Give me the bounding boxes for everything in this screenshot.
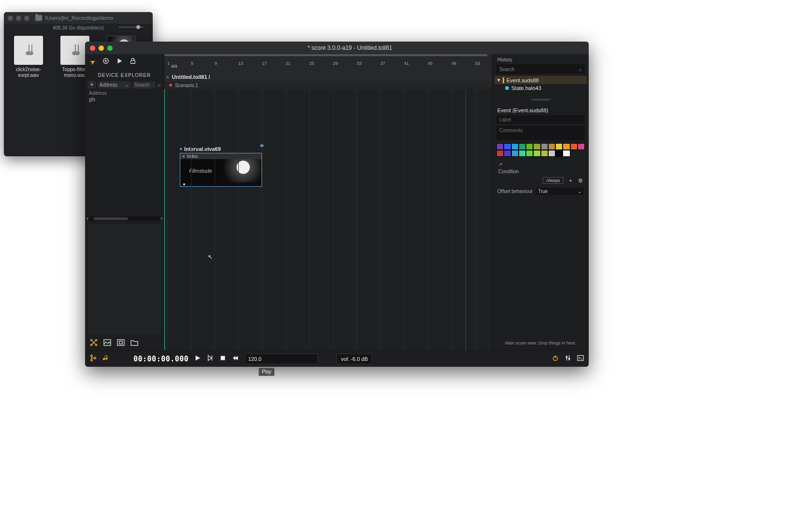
scenario-header[interactable]: Scenario.1 <box>164 81 492 89</box>
time-ruler[interactable]: 1591317212529333741454953 4/4 <box>164 54 492 73</box>
label-input[interactable]: Label <box>496 115 585 124</box>
add-tool-icon[interactable] <box>102 58 109 66</box>
audio-file-icon <box>14 36 43 65</box>
finder-titlebar[interactable]: /Users/jln/_Recordings/demo <box>4 12 153 24</box>
address-select[interactable]: Address⌄ <box>98 81 130 89</box>
color-swatch[interactable] <box>563 150 570 157</box>
color-swatch[interactable] <box>555 150 563 157</box>
color-swatch[interactable] <box>511 150 519 157</box>
color-swatch[interactable] <box>533 150 540 157</box>
svg-point-9 <box>91 355 93 357</box>
address-column: Address <box>85 89 164 96</box>
finder-path-text: /Users/jln/_Recordings/demo <box>45 15 113 21</box>
window-title: * score 3.0.0-a19 - Untitled.toll81 <box>116 45 584 51</box>
preview-pane <box>88 224 161 334</box>
color-swatch[interactable] <box>519 143 526 150</box>
minimize-icon[interactable] <box>16 15 21 21</box>
branch-icon[interactable] <box>90 355 97 363</box>
color-swatch[interactable] <box>504 143 511 150</box>
minimize-icon[interactable] <box>99 45 104 51</box>
power-icon[interactable] <box>552 355 559 363</box>
color-swatch[interactable] <box>496 143 504 150</box>
device-search-input[interactable]: Search <box>132 81 156 89</box>
device-tree-item[interactable]: gfx <box>85 96 164 106</box>
zoom-icon[interactable] <box>24 15 29 21</box>
music-icon[interactable] <box>102 355 109 363</box>
stop-button[interactable] <box>219 355 226 363</box>
ruler-tick: 45 <box>428 61 433 66</box>
condition-label: Condition <box>493 168 589 177</box>
play-forward-button[interactable] <box>207 355 214 363</box>
close-icon[interactable] <box>90 45 95 51</box>
gridline <box>191 89 191 350</box>
clip-menu-icon[interactable]: ≡ <box>182 154 185 159</box>
comments-input[interactable]: Comments <box>496 126 585 140</box>
tool-row: ➤ <box>85 54 164 70</box>
interval-clip[interactable]: ▾Interval.viva69 ≡Video Filmstude <box>180 146 262 187</box>
tree-item-event[interactable]: ▾Event.suds88 <box>494 76 587 84</box>
panel-divider[interactable] <box>531 99 551 101</box>
color-swatch[interactable] <box>541 150 548 157</box>
scenario-dot-icon <box>169 84 172 87</box>
ruler-tick: 25 <box>309 61 314 66</box>
color-swatch[interactable] <box>533 143 540 150</box>
play-button[interactable] <box>194 355 201 363</box>
gridline <box>286 89 286 350</box>
zoom-icon[interactable] <box>107 45 113 51</box>
inspector-title: Event (Event.suds88) <box>493 105 589 115</box>
image-view-icon[interactable] <box>103 339 111 348</box>
console-icon[interactable] <box>577 355 584 363</box>
color-swatch[interactable] <box>526 150 533 157</box>
color-swatch[interactable] <box>548 143 555 150</box>
clip-thumbnails: Filmstude <box>180 159 261 182</box>
mixer-icon[interactable] <box>565 355 571 363</box>
mouse-cursor-icon: ↖ <box>208 254 213 260</box>
color-swatch[interactable] <box>578 143 585 150</box>
offset-select[interactable]: True⌄ <box>536 188 584 195</box>
file-item[interactable]: click2noise-exrpt.wav <box>8 36 49 78</box>
icon-size-slider[interactable] <box>119 27 143 28</box>
select-tool-icon[interactable]: ➤ <box>88 57 97 67</box>
color-swatch[interactable] <box>541 143 548 150</box>
main-titlebar[interactable]: * score 3.0.0-a19 - Untitled.toll81 <box>85 42 589 54</box>
svg-point-11 <box>94 357 96 359</box>
history-search-input[interactable]: Search⌕ <box>496 64 585 74</box>
rewind-button[interactable] <box>232 355 239 363</box>
color-swatch[interactable] <box>526 143 533 150</box>
add-device-button[interactable]: + <box>88 81 96 89</box>
tree-item-state[interactable]: State.halo43 <box>494 84 587 92</box>
clip-automation[interactable] <box>180 182 261 186</box>
timeline-canvas[interactable]: - - - - ▾Interval.viva69 ≡Video Filmstud… <box>164 89 492 350</box>
playhead[interactable] <box>164 89 165 350</box>
expand-icon[interactable]: ↗ <box>498 162 583 167</box>
volume-display[interactable]: vol: -6.0 dB <box>336 354 372 364</box>
color-swatch[interactable] <box>555 143 563 150</box>
lock-icon[interactable] <box>130 58 136 66</box>
tempo-input[interactable]: 120.0 <box>245 354 318 364</box>
score-window: * score 3.0.0-a19 - Untitled.toll81 ➤ DE… <box>85 42 589 367</box>
clip-disclosure-icon[interactable]: ▾ <box>180 147 182 151</box>
left-scrollbar[interactable] <box>89 216 160 221</box>
color-swatch[interactable] <box>519 150 526 157</box>
graph-view-icon[interactable] <box>90 339 98 348</box>
clip-thumb <box>221 159 261 182</box>
menu-icon[interactable]: ≡ <box>166 75 169 80</box>
right-sidebar: History Search⌕ ▾Event.suds88 State.halo… <box>492 54 589 350</box>
search-icon[interactable]: ⌕ <box>158 82 161 88</box>
color-swatch[interactable] <box>511 143 519 150</box>
condition-always-button[interactable]: Always <box>543 177 564 184</box>
color-swatch[interactable] <box>563 143 570 150</box>
breadcrumb[interactable]: ≡ Untitled.toll81 / <box>164 73 492 81</box>
color-swatch[interactable] <box>504 150 511 157</box>
color-swatch[interactable] <box>570 143 578 150</box>
color-swatch[interactable] <box>548 150 555 157</box>
module-view-icon[interactable] <box>117 339 125 348</box>
add-condition-icon[interactable]: + <box>569 178 572 183</box>
color-swatch[interactable] <box>496 150 504 157</box>
gridline <box>167 89 168 350</box>
close-icon[interactable] <box>8 15 13 21</box>
settings-icon[interactable]: ⚙ <box>578 178 583 184</box>
folder-view-icon[interactable] <box>130 339 138 348</box>
folder-icon <box>35 15 42 21</box>
play-tool-icon[interactable] <box>116 58 123 66</box>
